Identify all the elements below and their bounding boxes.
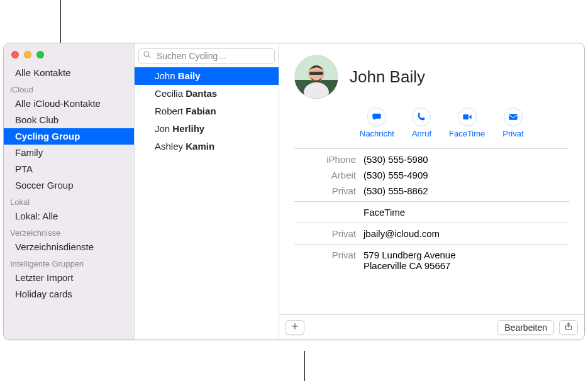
action-mail[interactable]: Privat bbox=[502, 108, 523, 138]
contact-row[interactable]: Robert Fabian bbox=[135, 102, 279, 120]
field-label bbox=[294, 207, 356, 218]
svg-rect-7 bbox=[309, 72, 323, 75]
search-input[interactable] bbox=[155, 50, 270, 62]
address-line: 579 Lundberg Avenue bbox=[363, 250, 569, 260]
contact-row[interactable]: Cecilia Dantas bbox=[135, 85, 279, 102]
sidebar-header-icloud: iCloud bbox=[4, 81, 134, 96]
svg-rect-9 bbox=[509, 114, 517, 119]
contact-list-column: John Baily Cecilia Dantas Robert Fabian … bbox=[135, 43, 279, 340]
sidebar-header-local: Lokal bbox=[4, 194, 134, 208]
svg-point-0 bbox=[144, 52, 149, 57]
search-icon bbox=[143, 50, 152, 62]
contact-row[interactable]: Ashley Kamin bbox=[135, 138, 279, 155]
contacts-window: Alle Kontakte iCloud Alle iCloud-Kontakt… bbox=[3, 43, 585, 340]
sidebar-item-holiday-cards[interactable]: Holiday cards bbox=[4, 286, 134, 302]
field-row: iPhone (530) 555-5980 bbox=[294, 152, 569, 167]
field-label: Privat bbox=[294, 250, 356, 271]
share-button[interactable] bbox=[559, 320, 578, 335]
search-field[interactable] bbox=[138, 48, 275, 64]
sidebar-item-icloud-all[interactable]: Alle iCloud-Kontakte bbox=[4, 96, 134, 112]
sidebar-item-all-contacts[interactable]: Alle Kontakte bbox=[4, 65, 134, 81]
contact-name: John Baily bbox=[350, 67, 425, 87]
field-value[interactable]: (530) 555-5980 bbox=[363, 154, 569, 165]
avatar[interactable] bbox=[294, 55, 338, 99]
contact-first: Jon bbox=[155, 123, 170, 134]
action-label: FaceTime bbox=[449, 129, 485, 138]
edit-button[interactable]: Bearbeiten bbox=[497, 320, 554, 335]
sidebar-item-pta[interactable]: PTA bbox=[4, 161, 134, 177]
window-controls bbox=[4, 47, 134, 65]
message-icon bbox=[367, 108, 386, 126]
sidebar-item-soccer-group[interactable]: Soccer Group bbox=[4, 177, 134, 194]
plus-icon bbox=[291, 322, 299, 333]
action-facetime[interactable]: FaceTime bbox=[449, 108, 485, 138]
contact-last: Herlihy bbox=[172, 123, 204, 134]
contact-list: John Baily Cecilia Dantas Robert Fabian … bbox=[135, 67, 279, 155]
detail-toolbar: Bearbeiten bbox=[279, 314, 584, 340]
sidebar: Alle Kontakte iCloud Alle iCloud-Kontakt… bbox=[4, 43, 135, 340]
contact-first: Cecilia bbox=[155, 88, 183, 99]
sidebar-item-directory-services[interactable]: Verzeichnisdienste bbox=[4, 239, 134, 255]
contact-row[interactable]: John Baily bbox=[135, 67, 279, 85]
close-window-button[interactable] bbox=[11, 51, 19, 58]
minimize-window-button[interactable] bbox=[24, 51, 31, 58]
sidebar-item-last-import[interactable]: Letzter Import bbox=[4, 270, 134, 286]
add-field-button[interactable] bbox=[286, 320, 304, 335]
action-message[interactable]: Nachricht bbox=[360, 108, 394, 138]
field-row: Arbeit (530) 555-4909 bbox=[294, 167, 569, 183]
field-value[interactable]: jbaily@icloud.com bbox=[363, 228, 569, 239]
sidebar-header-smart-groups: Intelligente Gruppen bbox=[4, 255, 134, 270]
address-line: Placerville CA 95667 bbox=[363, 260, 569, 271]
svg-rect-8 bbox=[463, 114, 469, 119]
contact-first: Robert bbox=[155, 106, 183, 116]
field-value[interactable]: 579 Lundberg Avenue Placerville CA 95667 bbox=[363, 250, 569, 271]
phone-icon bbox=[412, 108, 431, 126]
contact-detail: John Baily Nachricht Anruf bbox=[279, 43, 584, 340]
field-row: Privat jbaily@icloud.com bbox=[294, 226, 569, 241]
action-label: Nachricht bbox=[360, 129, 394, 138]
field-label: iPhone bbox=[294, 154, 356, 165]
contact-last: Fabian bbox=[186, 106, 216, 116]
contact-first: John bbox=[155, 70, 175, 81]
field-row: Privat 579 Lundberg Avenue Placerville C… bbox=[294, 247, 569, 273]
sidebar-item-local-all[interactable]: Lokal: Alle bbox=[4, 208, 134, 224]
callout-line-top bbox=[60, 0, 61, 43]
field-value[interactable]: FaceTime bbox=[363, 207, 569, 218]
mail-icon bbox=[504, 108, 523, 126]
action-call[interactable]: Anruf bbox=[412, 108, 431, 138]
svg-line-1 bbox=[148, 56, 150, 58]
contact-last: Kamin bbox=[186, 141, 214, 152]
sidebar-item-book-club[interactable]: Book Club bbox=[4, 112, 134, 128]
sidebar-item-family[interactable]: Family bbox=[4, 145, 134, 161]
contact-last: Dantas bbox=[186, 88, 217, 99]
contact-fields: iPhone (530) 555-5980 Arbeit (530) 555-4… bbox=[294, 146, 569, 273]
field-value[interactable]: (530) 555-4909 bbox=[363, 170, 569, 180]
action-label: Anruf bbox=[412, 129, 431, 138]
contact-row[interactable]: Jon Herlihy bbox=[135, 120, 279, 138]
sidebar-header-directories: Verzeichnisse bbox=[4, 224, 134, 239]
callout-line-bottom bbox=[304, 351, 305, 381]
field-value[interactable]: (530) 555-8862 bbox=[363, 185, 569, 196]
contact-first: Ashley bbox=[155, 141, 183, 152]
contact-actions: Nachricht Anruf FaceTime bbox=[294, 108, 569, 146]
field-row: Privat (530) 555-8862 bbox=[294, 183, 569, 199]
share-icon bbox=[564, 322, 573, 333]
contact-last: Baily bbox=[178, 70, 201, 81]
field-label: Privat bbox=[294, 228, 356, 239]
field-label: Arbeit bbox=[294, 170, 356, 180]
action-label: Privat bbox=[502, 129, 523, 138]
field-row: FaceTime bbox=[294, 204, 569, 220]
video-icon bbox=[458, 108, 477, 126]
zoom-window-button[interactable] bbox=[36, 51, 44, 58]
field-label: Privat bbox=[294, 185, 356, 196]
sidebar-item-cycling-group[interactable]: Cycling Group bbox=[4, 128, 134, 145]
